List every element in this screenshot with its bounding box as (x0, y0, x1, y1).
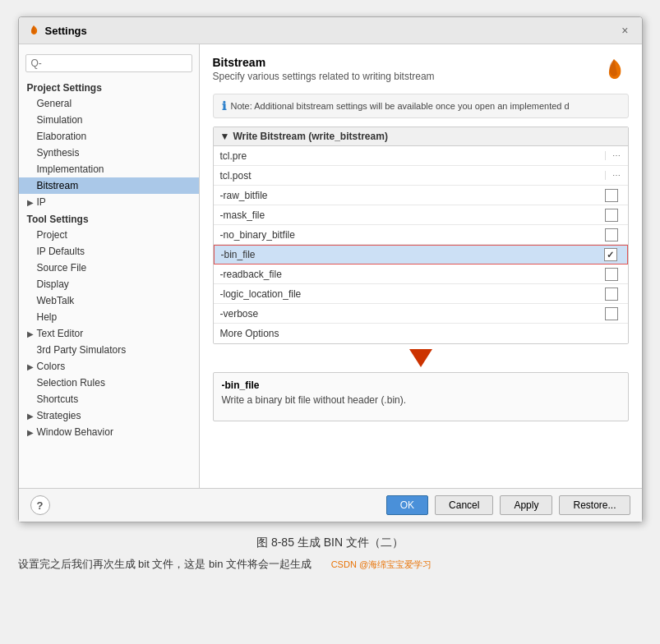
restore-button[interactable]: Restore... (559, 495, 630, 515)
description-panel: -bin_file Write a binary bit file withou… (213, 372, 629, 421)
row-name-tcl-post: tcl.post (214, 168, 378, 184)
row-value-no-binary-bitfile[interactable] (378, 226, 628, 244)
checkbox-no-binary-bitfile[interactable] (605, 228, 618, 242)
row-dots-tcl-post[interactable]: ⋯ (605, 171, 628, 180)
arrow-container (213, 349, 629, 367)
body-text: 设置完之后我们再次生成 bit 文件，这是 bin 文件将会一起生成 (18, 558, 312, 570)
table-row-more-options: More Options (214, 324, 628, 343)
row-dots-tcl-pre[interactable]: ⋯ (605, 151, 628, 160)
body-text-area: 设置完之后我们再次生成 bit 文件，这是 bin 文件将会一起生成 CSDN … (18, 557, 643, 572)
sidebar-group-strategies[interactable]: ▶ Strategies (19, 407, 199, 424)
sidebar-group-text-editor[interactable]: ▶ Text Editor (19, 325, 199, 342)
sidebar-item-help[interactable]: Help (19, 309, 199, 325)
apply-button[interactable]: Apply (500, 495, 552, 515)
help-button[interactable]: ? (30, 495, 50, 515)
chevron-icon: ▶ (27, 329, 35, 338)
table-row-verbose: -verbose (214, 304, 628, 324)
ok-button[interactable]: OK (386, 495, 428, 515)
window-behavior-label: Window Behavior (37, 426, 113, 438)
row-value-readback-file[interactable] (378, 265, 628, 283)
sidebar-group-colors[interactable]: ▶ Colors (19, 358, 199, 375)
info-text: Note: Additional bitstream settings will… (231, 101, 570, 111)
table-row-tcl-pre: tcl.pre ⋯ (214, 146, 628, 166)
sidebar-item-elaboration[interactable]: Elaboration (19, 128, 199, 145)
row-value-mask-file[interactable] (378, 206, 628, 224)
content-subtitle: Specify various settings related to writ… (213, 71, 435, 82)
dialog-title: Settings (45, 25, 87, 37)
description-title: -bin_file (222, 380, 620, 391)
settings-table: ▼ Write Bitstream (write_bitstream) tcl.… (213, 126, 629, 344)
sidebar-item-implementation[interactable]: Implementation (19, 161, 199, 177)
row-name-no-binary-bitfile: -no_binary_bitfile (214, 227, 378, 243)
sidebar-item-project[interactable]: Project (19, 227, 199, 243)
row-name-mask-file: -mask_file (214, 207, 378, 223)
watermark: CSDN @海绵宝宝爱学习 (331, 559, 432, 569)
checkbox-mask-file[interactable] (605, 209, 618, 222)
caption: 图 8-85 生成 BIN 文件（二） (256, 536, 404, 550)
content-header: Bitstream Specify various settings relat… (213, 56, 629, 85)
row-name-raw-bitfile: -raw_bitfile (214, 187, 378, 204)
row-name-bin-file: -bin_file (215, 246, 379, 263)
checkbox-bin-file[interactable] (604, 248, 617, 261)
checkbox-raw-bitfile[interactable] (605, 189, 618, 202)
sidebar-group-ip[interactable]: ▶ IP (19, 194, 199, 210)
row-value-logic-location-file[interactable] (378, 285, 628, 303)
table-row-mask-file: -mask_file (214, 205, 628, 225)
collapse-icon[interactable]: ▼ (220, 131, 230, 142)
sidebar-group-window-behavior[interactable]: ▶ Window Behavior (19, 424, 199, 440)
title-bar-left: Settings (27, 24, 87, 37)
info-banner: ℹ Note: Additional bitstream settings wi… (213, 94, 629, 118)
checkbox-verbose[interactable] (605, 307, 618, 320)
table-row-logic-location-file: -logic_location_file (214, 284, 628, 304)
row-value-verbose[interactable] (378, 305, 628, 323)
sidebar-item-3rd-party[interactable]: 3rd Party Simulators (19, 342, 199, 358)
sidebar-item-selection-rules[interactable]: Selection Rules (19, 375, 199, 391)
settings-dialog: Settings × Project Settings General Simu… (18, 16, 643, 522)
search-input[interactable] (25, 54, 192, 72)
description-text: Write a binary bit file without header (… (222, 394, 620, 406)
strategies-label: Strategies (37, 410, 81, 421)
row-name-verbose: -verbose (214, 306, 378, 322)
table-section-header: ▼ Write Bitstream (write_bitstream) (214, 127, 628, 146)
checkbox-readback-file[interactable] (605, 268, 618, 281)
sidebar-item-general[interactable]: General (19, 95, 199, 112)
table-row-tcl-post: tcl.post ⋯ (214, 166, 628, 186)
project-settings-label: Project Settings (19, 79, 199, 95)
chevron-icon: ▶ (27, 412, 35, 421)
row-value-tcl-post[interactable] (378, 173, 605, 178)
row-value-raw-bitfile[interactable] (378, 186, 628, 205)
table-row-bin-file: -bin_file (214, 245, 628, 264)
table-row-no-binary-bitfile: -no_binary_bitfile (214, 225, 628, 245)
sidebar-item-synthesis[interactable]: Synthesis (19, 145, 199, 161)
close-button[interactable]: × (616, 22, 633, 39)
sidebar-item-simulation[interactable]: Simulation (19, 112, 199, 128)
vivado-logo (599, 56, 629, 85)
content-title: Bitstream (213, 56, 435, 69)
section-label: Write Bitstream (write_bitstream) (233, 131, 388, 142)
row-value-tcl-pre[interactable] (378, 154, 605, 159)
row-name-logic-location-file: -logic_location_file (214, 286, 378, 302)
row-name-more-options: More Options (214, 325, 378, 342)
sidebar: Project Settings General Simulation Elab… (19, 44, 200, 488)
chevron-icon: ▶ (27, 198, 35, 207)
ip-group-label: IP (37, 196, 46, 208)
content-area: Bitstream Specify various settings relat… (200, 44, 642, 488)
table-row-raw-bitfile: -raw_bitfile (214, 186, 628, 205)
sidebar-item-shortcuts[interactable]: Shortcuts (19, 391, 199, 407)
sidebar-item-webtalk[interactable]: WebTalk (19, 292, 199, 309)
vivado-icon (27, 24, 40, 37)
sidebar-item-bitstream[interactable]: Bitstream (19, 177, 199, 194)
table-row-readback-file: -readback_file (214, 264, 628, 284)
sidebar-item-display[interactable]: Display (19, 276, 199, 292)
checkbox-logic-location-file[interactable] (605, 288, 618, 301)
info-icon: ℹ (222, 99, 226, 113)
cancel-button[interactable]: Cancel (435, 495, 493, 515)
chevron-icon: ▶ (27, 428, 35, 437)
sidebar-item-source-file[interactable]: Source File (19, 260, 199, 276)
row-value-more-options[interactable] (378, 331, 628, 336)
dialog-body: Project Settings General Simulation Elab… (19, 44, 642, 488)
row-value-bin-file[interactable] (379, 246, 627, 264)
sidebar-item-ip-defaults[interactable]: IP Defaults (19, 243, 199, 260)
title-bar: Settings × (19, 17, 642, 44)
chevron-icon: ▶ (27, 362, 35, 371)
